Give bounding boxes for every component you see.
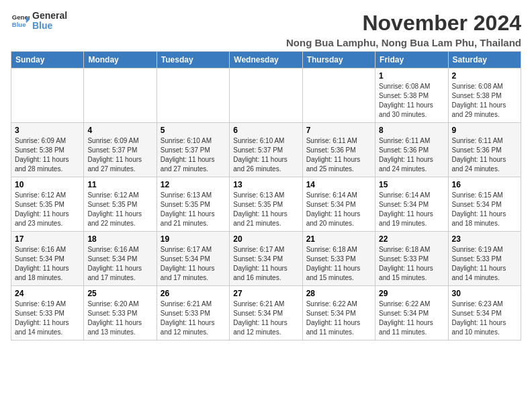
day-info: Sunrise: 6:19 AM Sunset: 5:33 PM Dayligh…	[452, 245, 517, 283]
day-number: 21	[306, 234, 371, 244]
day-info: Sunrise: 6:20 AM Sunset: 5:33 PM Dayligh…	[87, 300, 152, 337]
day-info: Sunrise: 6:12 AM Sunset: 5:35 PM Dayligh…	[15, 191, 80, 228]
calendar-cell	[157, 68, 229, 123]
calendar: SundayMondayTuesdayWednesdayThursdayFrid…	[11, 51, 521, 340]
day-number: 5	[161, 126, 226, 135]
day-number: 20	[233, 234, 298, 244]
calendar-cell: 25Sunrise: 6:20 AM Sunset: 5:33 PM Dayli…	[84, 286, 157, 340]
day-number: 7	[306, 126, 371, 135]
day-number: 28	[306, 289, 371, 298]
calendar-cell: 5Sunrise: 6:10 AM Sunset: 5:37 PM Daylig…	[157, 123, 229, 177]
month-title: November 2024	[286, 11, 521, 36]
day-number: 15	[379, 180, 444, 189]
calendar-header-monday: Monday	[84, 52, 157, 68]
day-number: 6	[233, 126, 298, 135]
day-info: Sunrise: 6:10 AM Sunset: 5:37 PM Dayligh…	[161, 136, 226, 174]
calendar-cell: 20Sunrise: 6:17 AM Sunset: 5:34 PM Dayli…	[230, 232, 302, 286]
day-info: Sunrise: 6:17 AM Sunset: 5:34 PM Dayligh…	[233, 245, 298, 283]
calendar-header-thursday: Thursday	[302, 52, 375, 68]
day-info: Sunrise: 6:08 AM Sunset: 5:38 PM Dayligh…	[379, 82, 444, 120]
day-info: Sunrise: 6:21 AM Sunset: 5:34 PM Dayligh…	[233, 300, 298, 337]
logo-blue-text: Blue	[32, 21, 67, 31]
day-info: Sunrise: 6:09 AM Sunset: 5:38 PM Dayligh…	[15, 136, 80, 174]
calendar-header-saturday: Saturday	[448, 52, 521, 68]
day-info: Sunrise: 6:14 AM Sunset: 5:34 PM Dayligh…	[379, 191, 444, 228]
day-number: 1	[379, 71, 444, 81]
day-info: Sunrise: 6:19 AM Sunset: 5:33 PM Dayligh…	[15, 300, 80, 337]
calendar-week-row: 3Sunrise: 6:09 AM Sunset: 5:38 PM Daylig…	[11, 123, 521, 177]
calendar-cell: 1Sunrise: 6:08 AM Sunset: 5:38 PM Daylig…	[375, 68, 448, 123]
day-number: 29	[379, 289, 444, 298]
calendar-cell	[230, 68, 302, 123]
day-info: Sunrise: 6:18 AM Sunset: 5:33 PM Dayligh…	[379, 245, 444, 283]
calendar-cell: 3Sunrise: 6:09 AM Sunset: 5:38 PM Daylig…	[11, 123, 84, 177]
day-info: Sunrise: 6:14 AM Sunset: 5:34 PM Dayligh…	[306, 191, 371, 228]
day-number: 30	[452, 289, 517, 298]
day-number: 4	[87, 126, 152, 135]
calendar-cell: 22Sunrise: 6:18 AM Sunset: 5:33 PM Dayli…	[375, 232, 448, 286]
calendar-cell: 23Sunrise: 6:19 AM Sunset: 5:33 PM Dayli…	[448, 232, 521, 286]
calendar-cell: 7Sunrise: 6:11 AM Sunset: 5:36 PM Daylig…	[302, 123, 375, 177]
day-info: Sunrise: 6:16 AM Sunset: 5:34 PM Dayligh…	[87, 245, 152, 283]
calendar-cell: 14Sunrise: 6:14 AM Sunset: 5:34 PM Dayli…	[302, 177, 375, 232]
calendar-cell: 26Sunrise: 6:21 AM Sunset: 5:33 PM Dayli…	[157, 286, 229, 340]
day-info: Sunrise: 6:09 AM Sunset: 5:37 PM Dayligh…	[87, 136, 152, 174]
day-number: 18	[87, 234, 152, 244]
day-info: Sunrise: 6:18 AM Sunset: 5:33 PM Dayligh…	[306, 245, 371, 283]
calendar-cell: 17Sunrise: 6:16 AM Sunset: 5:34 PM Dayli…	[11, 232, 84, 286]
calendar-cell: 30Sunrise: 6:23 AM Sunset: 5:34 PM Dayli…	[448, 286, 521, 340]
calendar-header-tuesday: Tuesday	[157, 52, 229, 68]
calendar-cell: 15Sunrise: 6:14 AM Sunset: 5:34 PM Dayli…	[375, 177, 448, 232]
day-info: Sunrise: 6:12 AM Sunset: 5:35 PM Dayligh…	[87, 191, 152, 228]
calendar-cell: 27Sunrise: 6:21 AM Sunset: 5:34 PM Dayli…	[230, 286, 302, 340]
day-info: Sunrise: 6:11 AM Sunset: 5:36 PM Dayligh…	[379, 136, 444, 174]
day-info: Sunrise: 6:11 AM Sunset: 5:36 PM Dayligh…	[306, 136, 371, 174]
day-number: 17	[15, 234, 80, 244]
day-number: 25	[87, 289, 152, 298]
calendar-cell: 4Sunrise: 6:09 AM Sunset: 5:37 PM Daylig…	[84, 123, 157, 177]
logo: General Blue General Blue	[11, 11, 67, 32]
location-title: Nong Bua Lamphu, Nong Bua Lam Phu, Thail…	[286, 37, 521, 48]
calendar-cell: 29Sunrise: 6:22 AM Sunset: 5:34 PM Dayli…	[375, 286, 448, 340]
calendar-cell: 13Sunrise: 6:13 AM Sunset: 5:35 PM Dayli…	[230, 177, 302, 232]
day-number: 12	[161, 180, 226, 189]
day-info: Sunrise: 6:08 AM Sunset: 5:38 PM Dayligh…	[452, 82, 517, 120]
day-number: 19	[161, 234, 226, 244]
calendar-header-friday: Friday	[375, 52, 448, 68]
calendar-week-row: 17Sunrise: 6:16 AM Sunset: 5:34 PM Dayli…	[11, 232, 521, 286]
svg-text:Blue: Blue	[12, 21, 26, 28]
day-number: 26	[161, 289, 226, 298]
day-info: Sunrise: 6:23 AM Sunset: 5:34 PM Dayligh…	[452, 300, 517, 337]
calendar-cell	[11, 68, 84, 123]
calendar-cell: 18Sunrise: 6:16 AM Sunset: 5:34 PM Dayli…	[84, 232, 157, 286]
calendar-week-row: 24Sunrise: 6:19 AM Sunset: 5:33 PM Dayli…	[11, 286, 521, 340]
day-info: Sunrise: 6:16 AM Sunset: 5:34 PM Dayligh…	[15, 245, 80, 283]
day-info: Sunrise: 6:11 AM Sunset: 5:36 PM Dayligh…	[452, 136, 517, 174]
day-info: Sunrise: 6:22 AM Sunset: 5:34 PM Dayligh…	[379, 300, 444, 337]
day-info: Sunrise: 6:10 AM Sunset: 5:37 PM Dayligh…	[233, 136, 298, 174]
day-number: 2	[452, 71, 517, 81]
day-info: Sunrise: 6:13 AM Sunset: 5:35 PM Dayligh…	[161, 191, 226, 228]
day-number: 16	[452, 180, 517, 189]
day-info: Sunrise: 6:22 AM Sunset: 5:34 PM Dayligh…	[306, 300, 371, 337]
day-number: 10	[15, 180, 80, 189]
calendar-cell: 2Sunrise: 6:08 AM Sunset: 5:38 PM Daylig…	[448, 68, 521, 123]
day-number: 27	[233, 289, 298, 298]
calendar-cell: 19Sunrise: 6:17 AM Sunset: 5:34 PM Dayli…	[157, 232, 229, 286]
calendar-cell: 28Sunrise: 6:22 AM Sunset: 5:34 PM Dayli…	[302, 286, 375, 340]
day-number: 14	[306, 180, 371, 189]
day-info: Sunrise: 6:13 AM Sunset: 5:35 PM Dayligh…	[233, 191, 298, 228]
calendar-week-row: 1Sunrise: 6:08 AM Sunset: 5:38 PM Daylig…	[11, 68, 521, 123]
day-number: 24	[15, 289, 80, 298]
calendar-cell: 8Sunrise: 6:11 AM Sunset: 5:36 PM Daylig…	[375, 123, 448, 177]
calendar-cell: 16Sunrise: 6:15 AM Sunset: 5:34 PM Dayli…	[448, 177, 521, 232]
day-number: 8	[379, 126, 444, 135]
calendar-cell: 9Sunrise: 6:11 AM Sunset: 5:36 PM Daylig…	[448, 123, 521, 177]
title-area: November 2024 Nong Bua Lamphu, Nong Bua …	[286, 11, 521, 48]
calendar-header-sunday: Sunday	[11, 52, 84, 68]
calendar-cell	[84, 68, 157, 123]
day-number: 3	[15, 126, 80, 135]
header: General Blue General Blue November 2024 …	[11, 11, 521, 48]
day-info: Sunrise: 6:21 AM Sunset: 5:33 PM Dayligh…	[161, 300, 226, 337]
calendar-week-row: 10Sunrise: 6:12 AM Sunset: 5:35 PM Dayli…	[11, 177, 521, 232]
